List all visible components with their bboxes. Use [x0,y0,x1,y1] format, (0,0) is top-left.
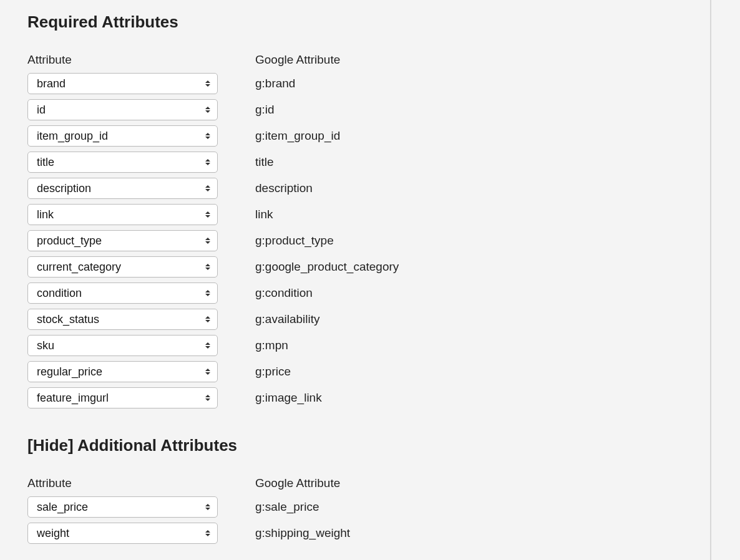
updown-icon [205,341,211,350]
attribute-select-feature-imgurl[interactable]: feature_imgurl [27,387,218,408]
attribute-select-link[interactable]: link [27,204,218,225]
google-attribute-label: g:mpn [255,339,288,352]
updown-icon [205,503,211,511]
select-value: stock_status [37,313,99,326]
col-header-attribute: Attribute [27,53,255,67]
col-header-google: Google Attribute [255,53,683,67]
required-row: regular_price g:price [27,361,683,382]
attribute-select-description[interactable]: description [27,178,218,199]
additional-attributes-toggle[interactable]: [Hide] Additional Attributes [27,436,683,455]
updown-icon [205,79,211,88]
required-row: description description [27,178,683,199]
additional-row: sale_price g:sale_price [27,496,683,518]
select-value: description [37,182,91,195]
attribute-select-condition[interactable]: condition [27,282,218,304]
attribute-select-item-group-id[interactable]: item_group_id [27,125,218,147]
attribute-select-weight[interactable]: weight [27,523,218,544]
updown-icon [205,105,211,114]
select-value: title [37,156,54,169]
settings-page: Required Attributes Attribute Google Att… [0,0,711,560]
select-value: product_type [37,234,102,248]
additional-columns-header: Attribute Google Attribute [27,476,683,490]
updown-icon [205,315,211,324]
select-value: condition [37,287,82,300]
select-value: sku [37,339,54,352]
required-row: condition g:condition [27,282,683,304]
required-row: title title [27,152,683,173]
required-row: brand g:brand [27,73,683,94]
required-row: link link [27,204,683,225]
attribute-select-current-category[interactable]: current_category [27,256,218,278]
attribute-select-product-type[interactable]: product_type [27,230,218,251]
updown-icon [205,236,211,245]
google-attribute-label: g:availability [255,312,320,326]
select-value: weight [37,527,69,540]
updown-icon [205,132,211,140]
google-attribute-label: g:condition [255,286,313,300]
col-header-attribute: Attribute [27,476,255,490]
attribute-select-title[interactable]: title [27,152,218,173]
col-header-google: Google Attribute [255,476,683,490]
required-row: sku g:mpn [27,335,683,356]
select-value: current_category [37,261,121,274]
updown-icon [205,263,211,271]
select-value: id [37,104,46,117]
required-row: feature_imgurl g:image_link [27,387,683,408]
required-row: current_category g:google_product_catego… [27,256,683,278]
select-value: item_group_id [37,130,108,143]
select-value: feature_imgurl [37,392,109,405]
attribute-select-brand[interactable]: brand [27,73,218,94]
google-attribute-label: g:image_link [255,391,322,405]
updown-icon [205,529,211,538]
required-row: id g:id [27,99,683,120]
google-attribute-label: g:price [255,365,291,379]
select-value: link [37,208,54,221]
updown-icon [205,158,211,167]
additional-row: weight g:shipping_weight [27,523,683,544]
select-value: brand [37,77,66,90]
required-row: item_group_id g:item_group_id [27,125,683,147]
updown-icon [205,393,211,402]
attribute-select-sku[interactable]: sku [27,335,218,356]
google-attribute-label: g:sale_price [255,500,319,514]
updown-icon [205,210,211,219]
google-attribute-label: g:item_group_id [255,129,340,143]
google-attribute-label: description [255,181,313,195]
updown-icon [205,184,211,193]
google-attribute-label: g:shipping_weight [255,526,350,540]
required-attributes-heading: Required Attributes [27,12,683,32]
required-columns-header: Attribute Google Attribute [27,53,683,67]
required-row: stock_status g:availability [27,309,683,330]
attribute-select-sale-price[interactable]: sale_price [27,496,218,518]
attribute-select-stock-status[interactable]: stock_status [27,309,218,330]
google-attribute-label: g:google_product_category [255,260,399,274]
select-value: regular_price [37,365,102,379]
google-attribute-label: title [255,155,274,169]
google-attribute-label: g:id [255,103,275,117]
google-attribute-label: link [255,208,273,221]
updown-icon [205,367,211,376]
select-value: sale_price [37,501,88,514]
google-attribute-label: g:brand [255,77,295,90]
attribute-select-id[interactable]: id [27,99,218,120]
required-row: product_type g:product_type [27,230,683,251]
updown-icon [205,289,211,297]
attribute-select-regular-price[interactable]: regular_price [27,361,218,382]
google-attribute-label: g:product_type [255,234,334,248]
